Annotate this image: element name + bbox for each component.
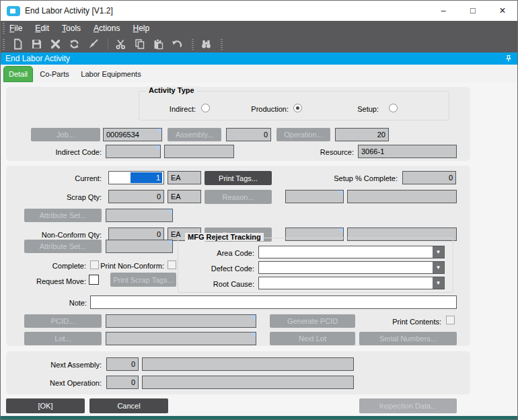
minimize-button[interactable]: – <box>429 1 458 21</box>
tab-detail[interactable]: Detail <box>3 66 33 82</box>
root-cause-dropdown[interactable]: ▼ <box>258 277 445 289</box>
root-cause-value <box>259 280 261 288</box>
menu-help[interactable]: Help <box>133 24 149 33</box>
new-icon[interactable] <box>9 37 26 52</box>
menu-actions[interactable]: Actions <box>94 24 120 33</box>
caption-bar: End Labor Activity <box>1 53 517 65</box>
setup-pct-label: Setup % Complete: <box>310 172 398 184</box>
chevron-down-icon[interactable]: ▼ <box>433 262 444 273</box>
assembly-field: 0 <box>226 128 271 141</box>
close-button[interactable]: × <box>488 1 517 21</box>
area-code-label: Area Code: <box>182 247 254 259</box>
find-binoculars-icon[interactable] <box>198 37 215 52</box>
scrap-qty-label: Scrap Qty: <box>38 191 102 203</box>
current-qty-input[interactable]: 1 <box>108 171 164 184</box>
attribute-set-button: Attribute Set... <box>24 209 102 222</box>
indirect-radio[interactable] <box>201 104 210 112</box>
lot-field <box>106 332 256 345</box>
assembly-button: Assembly... <box>168 128 221 141</box>
pcid-field <box>106 314 256 328</box>
menu-bar: File Edit Tools Actions Help <box>1 21 517 36</box>
window-controls: – □ × <box>429 1 517 21</box>
save-icon[interactable] <box>28 37 45 52</box>
paste-icon[interactable] <box>150 37 167 52</box>
attribute-set-field <box>106 209 173 222</box>
area-code-value <box>259 249 261 257</box>
lot-button: Lot... <box>24 332 102 345</box>
scrap-uom-field: EA <box>168 190 201 203</box>
toolbar-grip-handle[interactable] <box>221 39 223 50</box>
inspection-data-button: Inspection Data... <box>359 398 457 413</box>
next-assembly-field: 0 <box>106 357 139 371</box>
maximize-button[interactable]: □ <box>458 1 488 21</box>
indirect-radio-label: Indirect: <box>145 103 196 115</box>
chevron-down-icon[interactable]: ▼ <box>433 246 444 258</box>
note-label: Note: <box>59 297 87 309</box>
copy-icon[interactable] <box>131 37 148 52</box>
tab-labor-equipments[interactable]: Labor Equipments <box>75 66 147 82</box>
indirect-code-desc-field <box>164 145 234 158</box>
menu-file[interactable]: File <box>9 24 22 33</box>
cancel-button[interactable]: Cancel <box>89 398 168 413</box>
nonconform-qty-field: 0 <box>108 228 164 241</box>
pcid-button: PCID... <box>24 314 102 328</box>
clear-broom-icon[interactable] <box>85 37 102 52</box>
defect-code-dropdown[interactable]: ▼ <box>258 261 445 274</box>
current-uom-field: EA <box>168 171 201 184</box>
refresh-icon[interactable] <box>66 37 83 52</box>
generate-pcid-button: Generate PCID <box>270 314 355 328</box>
print-scrap-tags-button: Print Scrap Tags... <box>110 273 176 287</box>
mfg-reject-legend: MFG Reject Tracking <box>185 233 264 241</box>
setup-pct-field: 0 <box>402 171 456 184</box>
menu-tools[interactable]: Tools <box>62 24 81 33</box>
caption-title: End Labor Activity <box>5 54 70 63</box>
next-operation-field: 0 <box>106 376 139 389</box>
next-operation-label: Next Operation: <box>31 377 102 389</box>
tab-co-parts[interactable]: Co-Parts <box>38 66 71 82</box>
defect-code-value <box>259 265 261 273</box>
window-title: End Labor Activity [V1.2] <box>25 6 113 15</box>
delete-icon[interactable] <box>47 37 64 52</box>
chevron-down-icon[interactable]: ▼ <box>433 277 444 289</box>
print-nonconform-checkbox <box>168 260 176 269</box>
setup-radio-label: Setup: <box>330 103 379 115</box>
setup-radio[interactable] <box>389 104 398 112</box>
next-assembly-desc-field <box>142 357 354 371</box>
resource-label: Resource: <box>280 146 354 158</box>
scrap-reason-code-field <box>285 190 344 203</box>
toolbar-grip-handle[interactable] <box>192 39 194 50</box>
serial-numbers-button: Serial Numbers... <box>359 332 457 345</box>
production-radio[interactable] <box>293 104 302 112</box>
toolbar-separator <box>108 38 108 50</box>
scrap-reason-desc-field <box>347 190 457 203</box>
toolbar-grip-handle[interactable] <box>3 39 5 50</box>
undo-icon[interactable] <box>169 37 186 52</box>
menu-edit[interactable]: Edit <box>35 24 49 33</box>
next-operation-desc-field <box>142 376 354 389</box>
tab-strip: Detail Co-Parts Labor Equipments <box>1 65 517 83</box>
attribute-set2-field <box>106 240 173 253</box>
ok-button[interactable]: [OK] <box>6 398 85 413</box>
bottom-edge-strip <box>1 416 517 420</box>
root-cause-label: Root Cause: <box>182 278 254 290</box>
menu-grip-handle[interactable] <box>3 23 5 34</box>
job-number-field: 00096534 <box>103 128 162 141</box>
indirect-code-field <box>106 145 161 158</box>
request-move-checkbox[interactable] <box>89 275 99 285</box>
scrap-qty-field: 0 <box>108 190 164 203</box>
print-tags-button[interactable]: Print Tags... <box>205 171 272 185</box>
next-lot-button: Next Lot <box>270 332 355 345</box>
cut-icon[interactable] <box>112 37 129 52</box>
operation-button: Operation... <box>276 128 330 141</box>
pin-icon[interactable] <box>505 55 513 63</box>
attribute-set2-button: Attribute Set... <box>24 240 102 253</box>
note-input[interactable] <box>90 295 457 309</box>
activity-type-legend: Activity Type <box>146 86 197 94</box>
resource-field: 3066-1 <box>358 145 457 158</box>
title-bar: End Labor Activity [V1.2] – □ × <box>1 1 517 21</box>
area-code-dropdown[interactable]: ▼ <box>258 246 445 258</box>
scrap-reason-button: Reason... <box>205 190 272 204</box>
operation-field: 20 <box>335 128 389 141</box>
toolbar <box>1 36 517 53</box>
defect-code-label: Defect Code: <box>182 262 254 275</box>
